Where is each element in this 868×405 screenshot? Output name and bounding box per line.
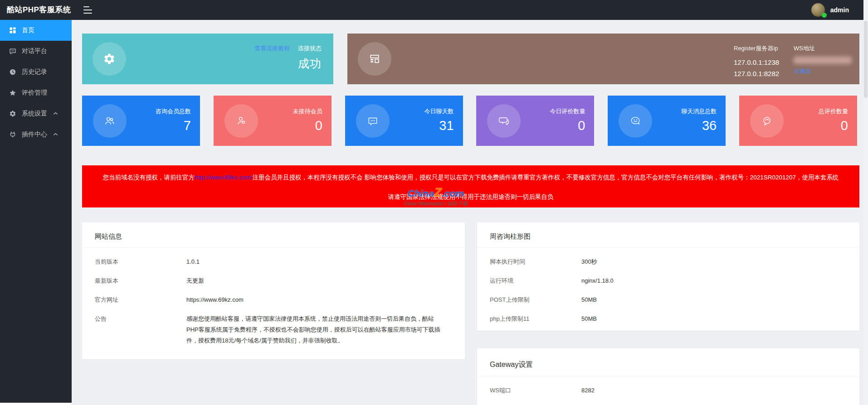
info-row: 公告感谢您使用酷站客服，请遵守国家法律使用本系统，禁止使用违法用途否则一切后果自… [82,315,465,346]
stat-label: 今日聊天数 [424,107,454,116]
sidebar-item-chat-platform[interactable]: 对话平台 [0,41,72,62]
panel-title: Gateway设置 [477,348,859,376]
row-label: 最新版本 [95,277,186,286]
user-menu[interactable]: admin [811,0,849,20]
app-title: 酷站PHP客服系统 [0,5,72,15]
chat-square-icon [367,115,379,127]
row-label: 官方网址 [95,296,186,305]
stat-label: 总评价数量 [819,107,848,116]
scrollbar-thumb[interactable] [864,21,868,98]
register-server-column: Register服务器ip 127.0.0.1:1238 127.0.0.1:8… [734,44,779,79]
stat-label: 今日评价数量 [550,107,585,116]
info-row: WS端口8282 [477,386,859,396]
chinaz-logo-com: .com [442,188,464,198]
sidebar-item-reviews[interactable]: 评价管理 [0,82,72,103]
ws-address-redacted [794,57,852,64]
stat-card-today-chats: 今日聊天数31 [345,96,463,146]
hamburger-menu-icon[interactable] [83,6,93,14]
sidebar-item-label: 系统设置 [22,110,47,118]
connection-status-label: 连接状态 [298,44,322,53]
banner-line1: 您当前域名没有授权，请前往官方http://www.69kz.com/注册会员并… [82,165,859,182]
chinaz-logo-china: China [408,188,434,198]
server-info-card: Register服务器ip 127.0.0.1:1238 127.0.0.1:8… [347,34,859,84]
connection-status-card: 查看连接教程 连接状态 成功 [82,34,333,84]
info-row: php上传限制1150MB [477,315,859,324]
license-site-link[interactable]: http://www.69kz.com/ [195,174,253,181]
plugin-icon [9,131,16,138]
chevron-up-icon [53,132,58,137]
sidebar-item-home[interactable]: 首页 [0,20,72,41]
row-label: 公告 [95,315,186,346]
info-row: 最新版本无更新 [82,277,465,286]
banner-line1-pre: 您当前域名没有授权，请前往官方 [102,174,195,181]
row-value: 感谢您使用酷站客服，请遵守国家法律使用本系统，禁止使用违法用途否则一切后果自负，… [186,313,443,346]
row-value: 50MB [581,313,597,324]
sidebar-bottom-strip [0,403,72,405]
sidebar-item-plugins[interactable]: 插件中心 [0,124,72,145]
vertical-scrollbar[interactable] [863,0,868,405]
stat-card-today-reviews: 今日评价数量0 [476,96,594,146]
register-ip-1: 127.0.0.1:1238 [734,57,779,68]
row-value: 300秒 [581,256,597,267]
banner-line1-post: 注册会员并且授权，本程序没有授权不会 影响您体验和使用，授权只是可以在官方下载免… [252,174,839,181]
row-label: 当前版本 [95,258,186,267]
stat-value: 0 [819,118,848,133]
chat-cloud-icon [761,115,773,127]
layout-icon-bubble [358,42,391,76]
row-label: 脚本执行时间 [490,258,581,267]
row-value: 50MB [581,294,597,305]
dashboard-page: 酷站PHP客服系统 admin 首页 对话平台 历史记录 评价管理 系统设置 [0,0,868,405]
row-value: 无更新 [186,275,204,286]
sidebar-item-settings[interactable]: 系统设置 [0,103,72,124]
row-value: 1.0.1 [186,256,200,267]
site-info-panel: 网站信息 当前版本1.0.1 最新版本无更新 官方网址https://www.6… [82,222,465,359]
sidebar-item-label: 评价管理 [22,89,47,97]
chinaz-logo: ChinaZ.com [395,186,477,200]
stat-value: 31 [424,118,454,133]
chinaz-caption: China Webmaster | 站长下载 [395,200,477,207]
modify-ws-link[interactable]: 去修改 [794,67,857,75]
connection-tutorial-link[interactable]: 查看连接教程 [254,44,290,53]
gateway-settings-panel: Gateway设置 WS端口8282 [477,348,859,405]
sidebar-item-label: 历史记录 [22,68,47,76]
register-ip-2: 127.0.0.1:8282 [734,68,779,79]
stat-card-total-reviews: 总评价数量0 [739,96,857,146]
users-icon [104,115,116,127]
chevron-up-icon [53,111,58,116]
stat-value: 7 [156,118,191,133]
row-label: POST上传限制 [490,296,581,305]
row-value: nginx/1.18.0 [581,275,614,286]
info-row: 运行环境nginx/1.18.0 [477,277,859,286]
chinaz-watermark: ChinaZ.com China Webmaster | 站长下载 [395,186,477,207]
comments-icon [498,115,510,127]
home-grid-icon [9,27,16,34]
avatar[interactable] [811,3,825,17]
panel-title: 周咨询柱形图 [477,222,859,248]
sidebar-item-label: 插件中心 [22,130,47,139]
layout-icon [368,53,381,65]
row-value: https://www.69kz.com [186,294,244,305]
row-label: WS端口 [490,386,581,396]
row-value: 8282 [581,385,595,396]
sidebar-item-history[interactable]: 历史记录 [0,62,72,82]
stat-label: 未接待会员 [293,107,322,116]
sidebar-item-label: 首页 [22,26,34,34]
gear-icon [103,53,116,65]
sidebar-item-label: 对话平台 [22,47,47,55]
row-label: 运行环境 [490,277,581,286]
stat-value: 0 [293,118,322,133]
register-server-label: Register服务器ip [734,44,779,53]
info-row: 官方网址https://www.69kz.com [82,296,465,305]
sidebar: 首页 对话平台 历史记录 评价管理 系统设置 插件中心 [0,20,72,403]
week-chart-panel: 周咨询柱形图 脚本执行时间300秒 运行环境nginx/1.18.0 POST上… [477,222,859,331]
connection-status-value: 成功 [254,56,322,71]
info-row: 当前版本1.0.1 [82,258,465,267]
username: admin [830,6,849,14]
stat-label: 咨询会员总数 [156,107,191,116]
stat-card-unattended-members: 未接待会员0 [214,96,332,146]
star-icon [9,89,16,96]
ws-address-label: WS地址 [794,44,857,53]
chinaz-logo-z: Z [434,185,442,199]
gear-icon [9,110,16,117]
stat-cards-row: 咨询会员总数7 未接待会员0 今日聊天数31 今日评价数量0 聊天消息总数36 … [82,96,857,146]
